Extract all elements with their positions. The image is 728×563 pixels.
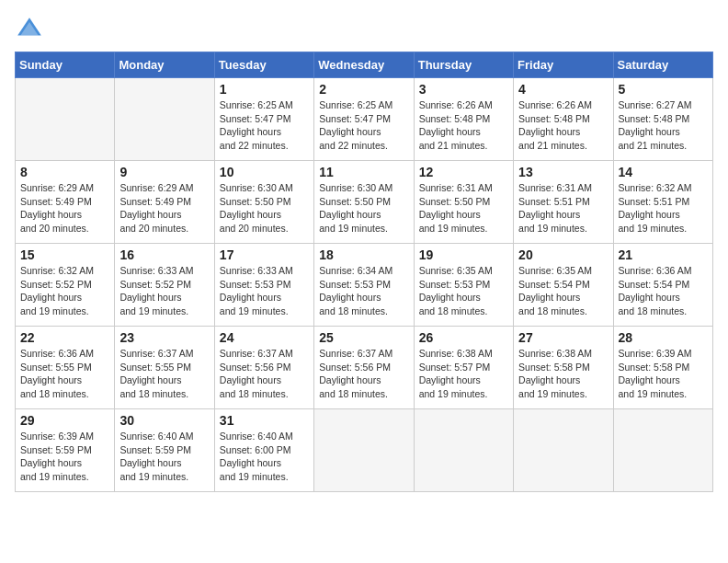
day-info: Sunrise: 6:31 AM Sunset: 5:50 PM Dayligh…: [419, 181, 508, 236]
day-info: Sunrise: 6:32 AM Sunset: 5:51 PM Dayligh…: [619, 181, 708, 236]
calendar-cell: 14 Sunrise: 6:32 AM Sunset: 5:51 PM Dayl…: [613, 161, 712, 244]
day-info: Sunrise: 6:29 AM Sunset: 5:49 PM Dayligh…: [119, 181, 209, 236]
calendar-cell: 13 Sunrise: 6:31 AM Sunset: 5:51 PM Dayl…: [514, 161, 613, 244]
calendar-cell: 15 Sunrise: 6:32 AM Sunset: 5:52 PM Dayl…: [16, 244, 115, 327]
day-info: Sunrise: 6:33 AM Sunset: 5:53 PM Dayligh…: [220, 264, 309, 318]
day-info: Sunrise: 6:36 AM Sunset: 5:55 PM Dayligh…: [20, 347, 109, 401]
day-number: 17: [220, 247, 309, 262]
dow-header: Monday: [115, 52, 214, 78]
calendar-cell: 3 Sunrise: 6:26 AM Sunset: 5:48 PM Dayli…: [414, 78, 513, 161]
calendar-week-row: 1 Sunrise: 6:25 AM Sunset: 5:47 PM Dayli…: [16, 78, 713, 161]
day-info: Sunrise: 6:33 AM Sunset: 5:52 PM Dayligh…: [119, 264, 209, 318]
calendar-cell: 30 Sunrise: 6:40 AM Sunset: 5:59 PM Dayl…: [115, 409, 214, 492]
calendar-cell: 24 Sunrise: 6:37 AM Sunset: 5:56 PM Dayl…: [214, 327, 313, 409]
day-info: Sunrise: 6:37 AM Sunset: 5:56 PM Dayligh…: [220, 347, 309, 401]
day-info: Sunrise: 6:25 AM Sunset: 5:47 PM Dayligh…: [220, 98, 309, 153]
logo-icon: [15, 15, 44, 44]
calendar-cell: [314, 409, 414, 492]
days-of-week-row: SundayMondayTuesdayWednesdayThursdayFrid…: [16, 52, 713, 78]
calendar-cell: 22 Sunrise: 6:36 AM Sunset: 5:55 PM Dayl…: [16, 327, 115, 409]
dow-header: Friday: [514, 52, 613, 78]
calendar-cell: 10 Sunrise: 6:30 AM Sunset: 5:50 PM Dayl…: [214, 161, 313, 244]
calendar-cell: 9 Sunrise: 6:29 AM Sunset: 5:49 PM Dayli…: [115, 161, 214, 244]
calendar-cell: 8 Sunrise: 6:29 AM Sunset: 5:49 PM Dayli…: [16, 161, 115, 244]
day-info: Sunrise: 6:26 AM Sunset: 5:48 PM Dayligh…: [518, 98, 608, 153]
calendar-cell: 28 Sunrise: 6:39 AM Sunset: 5:58 PM Dayl…: [613, 327, 712, 409]
day-number: 13: [518, 165, 608, 179]
day-number: 30: [119, 413, 209, 428]
calendar-week-row: 15 Sunrise: 6:32 AM Sunset: 5:52 PM Dayl…: [16, 244, 713, 327]
calendar-cell: 27 Sunrise: 6:38 AM Sunset: 5:58 PM Dayl…: [514, 327, 613, 409]
day-info: Sunrise: 6:30 AM Sunset: 5:50 PM Dayligh…: [319, 181, 408, 236]
day-number: 27: [518, 330, 608, 345]
day-info: Sunrise: 6:38 AM Sunset: 5:58 PM Dayligh…: [518, 347, 608, 401]
calendar-cell: [514, 409, 613, 492]
calendar-cell: 21 Sunrise: 6:36 AM Sunset: 5:54 PM Dayl…: [613, 244, 712, 327]
day-info: Sunrise: 6:36 AM Sunset: 5:54 PM Dayligh…: [619, 264, 708, 318]
day-number: 5: [619, 82, 708, 97]
day-number: 20: [518, 247, 608, 262]
calendar-body: 1 Sunrise: 6:25 AM Sunset: 5:47 PM Dayli…: [16, 78, 713, 492]
calendar-cell: 20 Sunrise: 6:35 AM Sunset: 5:54 PM Dayl…: [514, 244, 613, 327]
calendar-cell: 17 Sunrise: 6:33 AM Sunset: 5:53 PM Dayl…: [214, 244, 313, 327]
day-number: 9: [119, 165, 209, 179]
day-number: 8: [20, 165, 109, 179]
day-info: Sunrise: 6:26 AM Sunset: 5:48 PM Dayligh…: [419, 98, 508, 153]
calendar-cell: 5 Sunrise: 6:27 AM Sunset: 5:48 PM Dayli…: [613, 78, 712, 161]
calendar-cell: 25 Sunrise: 6:37 AM Sunset: 5:56 PM Dayl…: [314, 327, 414, 409]
dow-header: Tuesday: [214, 52, 313, 78]
day-info: Sunrise: 6:35 AM Sunset: 5:54 PM Dayligh…: [518, 264, 608, 318]
day-info: Sunrise: 6:31 AM Sunset: 5:51 PM Dayligh…: [518, 181, 608, 236]
day-info: Sunrise: 6:34 AM Sunset: 5:53 PM Dayligh…: [319, 264, 408, 318]
day-info: Sunrise: 6:32 AM Sunset: 5:52 PM Dayligh…: [20, 264, 109, 318]
day-info: Sunrise: 6:37 AM Sunset: 5:56 PM Dayligh…: [319, 347, 408, 401]
calendar-cell: 4 Sunrise: 6:26 AM Sunset: 5:48 PM Dayli…: [514, 78, 613, 161]
dow-header: Thursday: [414, 52, 513, 78]
calendar-cell: 26 Sunrise: 6:38 AM Sunset: 5:57 PM Dayl…: [414, 327, 513, 409]
day-info: Sunrise: 6:35 AM Sunset: 5:53 PM Dayligh…: [419, 264, 508, 318]
day-number: 12: [419, 165, 508, 179]
day-number: 29: [20, 413, 109, 428]
dow-header: Wednesday: [314, 52, 414, 78]
day-info: Sunrise: 6:37 AM Sunset: 5:55 PM Dayligh…: [119, 347, 209, 401]
day-info: Sunrise: 6:25 AM Sunset: 5:47 PM Dayligh…: [319, 98, 408, 153]
calendar-cell: [613, 409, 712, 492]
day-info: Sunrise: 6:40 AM Sunset: 5:59 PM Dayligh…: [119, 430, 209, 484]
day-number: 22: [20, 330, 109, 345]
dow-header: Sunday: [16, 52, 115, 78]
day-number: 26: [419, 330, 508, 345]
day-number: 19: [419, 247, 508, 262]
day-number: 21: [619, 247, 708, 262]
calendar-cell: [115, 78, 214, 161]
day-number: 25: [319, 330, 408, 345]
day-number: 28: [619, 330, 708, 345]
day-number: 2: [319, 82, 408, 97]
day-number: 10: [220, 165, 309, 179]
calendar-cell: [16, 78, 115, 161]
calendar-cell: 11 Sunrise: 6:30 AM Sunset: 5:50 PM Dayl…: [314, 161, 414, 244]
dow-header: Saturday: [613, 52, 712, 78]
calendar-week-row: 22 Sunrise: 6:36 AM Sunset: 5:55 PM Dayl…: [16, 327, 713, 409]
day-number: 14: [619, 165, 708, 179]
day-info: Sunrise: 6:39 AM Sunset: 5:58 PM Dayligh…: [619, 347, 708, 401]
day-number: 16: [119, 247, 209, 262]
calendar-cell: 1 Sunrise: 6:25 AM Sunset: 5:47 PM Dayli…: [214, 78, 313, 161]
day-number: 15: [20, 247, 109, 262]
day-info: Sunrise: 6:40 AM Sunset: 6:00 PM Dayligh…: [220, 430, 309, 484]
day-info: Sunrise: 6:30 AM Sunset: 5:50 PM Dayligh…: [220, 181, 309, 236]
calendar-week-row: 8 Sunrise: 6:29 AM Sunset: 5:49 PM Dayli…: [16, 161, 713, 244]
calendar-cell: 23 Sunrise: 6:37 AM Sunset: 5:55 PM Dayl…: [115, 327, 214, 409]
day-number: 11: [319, 165, 408, 179]
calendar-cell: 12 Sunrise: 6:31 AM Sunset: 5:50 PM Dayl…: [414, 161, 513, 244]
calendar-cell: 2 Sunrise: 6:25 AM Sunset: 5:47 PM Dayli…: [314, 78, 414, 161]
calendar-cell: 31 Sunrise: 6:40 AM Sunset: 6:00 PM Dayl…: [214, 409, 313, 492]
day-number: 24: [220, 330, 309, 345]
calendar-cell: 16 Sunrise: 6:33 AM Sunset: 5:52 PM Dayl…: [115, 244, 214, 327]
calendar-table: SundayMondayTuesdayWednesdayThursdayFrid…: [15, 52, 713, 492]
day-number: 31: [220, 413, 309, 428]
day-number: 18: [319, 247, 408, 262]
calendar-cell: 29 Sunrise: 6:39 AM Sunset: 5:59 PM Dayl…: [16, 409, 115, 492]
calendar-cell: 19 Sunrise: 6:35 AM Sunset: 5:53 PM Dayl…: [414, 244, 513, 327]
day-info: Sunrise: 6:29 AM Sunset: 5:49 PM Dayligh…: [20, 181, 109, 236]
day-info: Sunrise: 6:38 AM Sunset: 5:57 PM Dayligh…: [419, 347, 508, 401]
